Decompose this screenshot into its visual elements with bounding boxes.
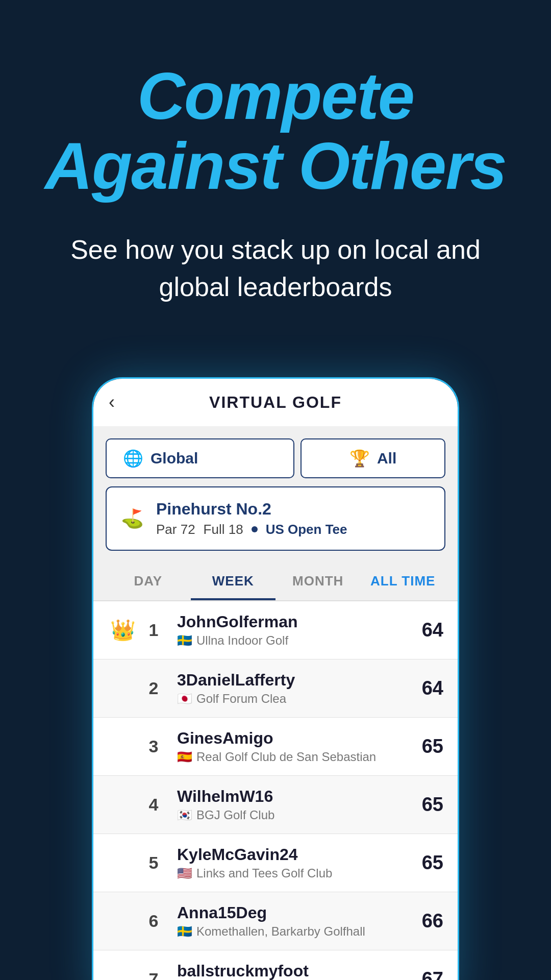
app-title: VIRTUAL GOLF (114, 393, 437, 412)
table-row: 6 Anna15Deg 🇸🇪 Komethallen, Barkarby Gol… (93, 892, 458, 950)
player-name: KyleMcGavin24 (177, 845, 408, 864)
rank-number: 4 (138, 795, 169, 815)
player-score: 67 (408, 968, 443, 980)
player-name: GinesAmigo (177, 729, 408, 748)
phone-header: ‹ VIRTUAL GOLF (93, 379, 458, 426)
rank-number: 3 (138, 737, 169, 756)
club-name: Ullna Indoor Golf (196, 633, 288, 648)
club-row: 🇺🇸 Links and Tees Golf Club (177, 866, 408, 880)
player-info: WilhelmW16 🇰🇷 BGJ Golf Club (177, 787, 408, 822)
player-flag: 🇯🇵 (177, 692, 192, 706)
player-name: WilhelmW16 (177, 787, 408, 806)
player-flag: 🇸🇪 (177, 924, 192, 939)
club-name: BGJ Golf Club (196, 808, 274, 822)
course-full: Full 18 (204, 522, 243, 537)
back-button[interactable]: ‹ (109, 391, 115, 413)
club-name: Golf Forum Clea (196, 692, 286, 706)
table-row: 7 ballstruckmyfoot 🇩🇪 Heitlinger Golf Re… (93, 950, 458, 980)
club-row: 🇰🇷 BGJ Golf Club (177, 808, 408, 822)
club-row: 🇯🇵 Golf Forum Clea (177, 692, 408, 706)
tab-day[interactable]: DAY (106, 565, 191, 600)
player-name: ballstruckmyfoot (177, 962, 408, 980)
leaderboard: 👑 1 JohnGolferman 🇸🇪 Ullna Indoor Golf 6… (93, 601, 458, 980)
club-name: Komethallen, Barkarby Golfhall (196, 924, 365, 939)
global-filter-button[interactable]: 🌐 Global (106, 438, 294, 478)
player-score: 65 (408, 736, 443, 757)
player-info: GinesAmigo 🇪🇸 Real Golf Club de San Seba… (177, 729, 408, 764)
rank-number: 1 (138, 620, 169, 640)
phone-container: ‹ VIRTUAL GOLF 🌐 Global 🏆 All ⛳ Pine (0, 377, 551, 980)
phone-frame: ‹ VIRTUAL GOLF 🌐 Global 🏆 All ⛳ Pine (92, 377, 459, 980)
club-row: 🇸🇪 Ullna Indoor Golf (177, 633, 408, 648)
phone-content: 🌐 Global 🏆 All ⛳ Pinehurst No.2 Par 72 F… (93, 426, 458, 980)
all-filter-button[interactable]: 🏆 All (300, 438, 445, 478)
all-label: All (377, 450, 396, 467)
player-flag: 🇸🇪 (177, 633, 192, 648)
club-name: Links and Tees Golf Club (196, 866, 332, 880)
tab-month[interactable]: MONTH (276, 565, 361, 600)
player-name: Anna15Deg (177, 903, 408, 922)
player-name: 3DanielLafferty (177, 671, 408, 690)
trophy-icon: 🏆 (349, 449, 370, 468)
course-flag-icon: ⛳ (121, 508, 144, 529)
player-score: 65 (408, 794, 443, 816)
course-name: Pinehurst No.2 (156, 500, 430, 519)
table-row: 👑 1 JohnGolferman 🇸🇪 Ullna Indoor Golf 6… (93, 601, 458, 659)
player-info: KyleMcGavin24 🇺🇸 Links and Tees Golf Clu… (177, 845, 408, 880)
tab-all-time[interactable]: ALL TIME (361, 565, 446, 600)
player-info: 3DanielLafferty 🇯🇵 Golf Forum Clea (177, 671, 408, 706)
course-info: Pinehurst No.2 Par 72 Full 18 US Open Te… (156, 500, 430, 537)
player-score: 64 (408, 619, 443, 641)
rank-number: 6 (138, 911, 169, 931)
table-row: 3 GinesAmigo 🇪🇸 Real Golf Club de San Se… (93, 718, 458, 776)
hero-section: Compete Against Others See how you stack… (0, 0, 551, 377)
player-name: JohnGolferman (177, 612, 408, 631)
player-info: JohnGolferman 🇸🇪 Ullna Indoor Golf (177, 612, 408, 648)
player-info: Anna15Deg 🇸🇪 Komethallen, Barkarby Golfh… (177, 903, 408, 939)
club-name: Real Golf Club de San Sebastian (196, 750, 376, 764)
player-score: 64 (408, 677, 443, 699)
rank-number: 7 (138, 969, 169, 980)
hero-title: Compete Against Others (41, 61, 510, 201)
rank-number: 5 (138, 853, 169, 873)
player-info: ballstruckmyfoot 🇩🇪 Heitlinger Golf Reso… (177, 962, 408, 980)
course-par: Par 72 (156, 522, 195, 537)
player-flag: 🇪🇸 (177, 750, 192, 764)
filter-row: 🌐 Global 🏆 All (93, 426, 458, 486)
table-row: 2 3DanielLafferty 🇯🇵 Golf Forum Clea 64 (93, 659, 458, 718)
dot-separator (252, 526, 258, 532)
table-row: 5 KyleMcGavin24 🇺🇸 Links and Tees Golf C… (93, 834, 458, 892)
hero-subtitle: See how you stack up on local and global… (41, 231, 510, 306)
rank-icon-1: 👑 (108, 618, 138, 642)
player-score: 66 (408, 910, 443, 932)
course-tee: US Open Tee (266, 522, 347, 537)
tab-week[interactable]: WEEK (191, 565, 276, 600)
player-flag: 🇰🇷 (177, 808, 192, 822)
table-row: 4 WilhelmW16 🇰🇷 BGJ Golf Club 65 (93, 776, 458, 834)
club-row: 🇸🇪 Komethallen, Barkarby Golfhall (177, 924, 408, 939)
course-details: Par 72 Full 18 US Open Tee (156, 522, 430, 537)
rank-number: 2 (138, 678, 169, 698)
club-row: 🇪🇸 Real Golf Club de San Sebastian (177, 750, 408, 764)
player-flag: 🇺🇸 (177, 866, 192, 880)
global-label: Global (151, 450, 198, 467)
course-card: ⛳ Pinehurst No.2 Par 72 Full 18 US Open … (106, 486, 445, 551)
globe-icon: 🌐 (123, 449, 143, 468)
tabs-row: DAY WEEK MONTH ALL TIME (93, 559, 458, 601)
player-score: 65 (408, 852, 443, 874)
crown-icon: 👑 (110, 618, 136, 642)
